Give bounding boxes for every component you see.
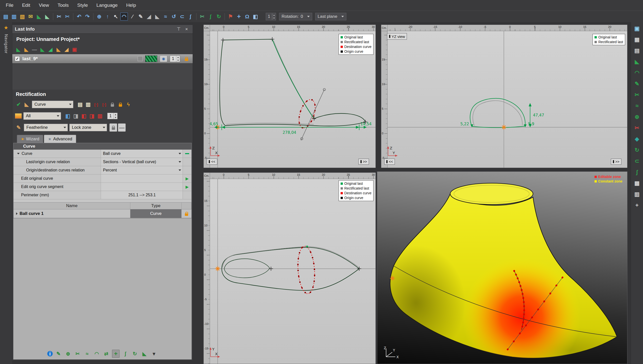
import-last-icon[interactable]: ◣ — [35, 13, 43, 21]
scope-count-stepper[interactable]: 1 — [107, 113, 118, 119]
save-icon[interactable]: ▤ — [2, 13, 10, 21]
pair-last-icon[interactable]: ◣ — [55, 45, 62, 53]
column-type[interactable]: Type — [130, 203, 182, 209]
top-view-canvas[interactable] — [204, 173, 376, 364]
send-mail-icon[interactable]: ✉ — [27, 13, 34, 21]
navigator-tab[interactable]: Navigator — [4, 34, 8, 53]
curve-start-point[interactable] — [306, 246, 308, 248]
delete-curve-icon[interactable]: ✂ — [632, 124, 641, 133]
column-name[interactable]: Name — [14, 203, 130, 209]
next-view-button[interactable]: >> — [358, 159, 369, 165]
duplicate-last-icon[interactable]: ◣ — [23, 45, 30, 53]
scope-select[interactable]: All — [23, 112, 61, 120]
viewport-3d[interactable]: Editable zoneConstant zone Z Y X — [377, 171, 627, 364]
last-tools-icon[interactable]: ◣ — [632, 57, 641, 66]
zone-lock-icon[interactable] — [110, 124, 117, 132]
smooth-curve-icon[interactable]: ≈ — [83, 350, 91, 358]
pin-icon[interactable]: ⊤ — [175, 26, 183, 32]
s-curve-icon[interactable]: ʃ — [207, 13, 214, 21]
more-tools-icon[interactable]: ▾ — [150, 350, 158, 358]
rotate-segment-icon[interactable]: ↻ — [131, 350, 139, 358]
close-icon[interactable]: × — [183, 27, 190, 32]
next-view-button[interactable]: >> — [611, 159, 621, 165]
last-origin-relation-select[interactable]: Sections - Vertical (ball curve) — [101, 158, 183, 166]
open-project-icon[interactable]: ▧ — [19, 13, 26, 21]
show-panel-icon[interactable]: ▣ — [632, 24, 641, 33]
viewport-yz-view[interactable]: 5,22 5,9 47,47 -20-15-10-505101520 15105… — [381, 25, 627, 168]
smooth-icon[interactable]: ≈ — [632, 101, 641, 110]
curve-fit-icon[interactable]: ≈ — [162, 13, 169, 21]
link-blue-icon[interactable]: ◧ — [64, 112, 72, 120]
link-red2-icon[interactable]: ◨ — [88, 112, 96, 120]
layer-material-swatch[interactable] — [145, 55, 157, 62]
edit-orig-curve-segment-field[interactable] — [101, 183, 183, 191]
value-stepper[interactable]: 1 — [266, 13, 276, 20]
delete-point-icon[interactable]: ✂ — [74, 350, 81, 358]
select-cursor-icon[interactable]: ↖ — [112, 13, 120, 21]
curve-handle-line[interactable] — [301, 90, 324, 140]
curve-type-select[interactable]: Ball curve — [101, 150, 183, 158]
tab-advanced[interactable]: ★ Advanced — [44, 135, 76, 143]
add-point-icon[interactable]: ⊕ — [64, 350, 72, 358]
right-last-icon[interactable]: ◢ — [47, 45, 54, 53]
add-point-icon[interactable]: ⊕ — [632, 112, 641, 122]
bracket-open-icon[interactable]: [·] — [92, 100, 100, 108]
yz-view-canvas[interactable]: 5,22 5,9 47,47 — [381, 25, 627, 168]
measure-arc-icon[interactable]: ◠ — [632, 68, 641, 77]
edit-curve-icon[interactable]: ✎ — [632, 79, 641, 88]
layer-color-chip[interactable] — [138, 56, 143, 61]
curve-table-row[interactable]: Ball curve 1 Curve — [13, 209, 192, 218]
lock-flash-icon[interactable]: ϟ — [125, 100, 132, 108]
prev-view-button[interactable]: << — [207, 159, 217, 165]
zone-remove-icon[interactable]: — — [118, 124, 126, 132]
last-shape-icon[interactable]: ◣ — [23, 100, 30, 108]
pencil-icon[interactable]: ✎ — [137, 13, 144, 21]
menu-item-view[interactable]: View — [34, 0, 53, 11]
edit-points-icon[interactable]: ✎ — [55, 350, 62, 358]
mirror-last-icon[interactable]: ◢ — [63, 45, 70, 53]
menu-item-tools[interactable]: Tools — [53, 0, 73, 11]
undo-icon[interactable]: ↶ — [75, 13, 83, 21]
surface-icon[interactable]: ◆ — [632, 135, 641, 144]
link-gray-icon[interactable]: ◨ — [72, 112, 80, 120]
cut-icon[interactable]: ✂ — [55, 13, 63, 21]
row-lock-icon[interactable] — [183, 210, 190, 218]
viewport-top-view[interactable]: 051015202530 151050-5-10-15 Cm. Original… — [203, 172, 376, 364]
link-red3-icon[interactable]: ▥ — [96, 112, 104, 120]
lock-zone-select[interactable]: Lock zone — [69, 124, 107, 131]
wave-curve-icon[interactable]: ʃ — [187, 13, 194, 21]
viewport-side-view[interactable]: 14,65 278,04 14,54 051015202530 151050-5… — [203, 25, 376, 168]
featherline-select[interactable]: Featherline — [24, 124, 68, 131]
zoom-icon[interactable]: ⊕ — [95, 13, 103, 21]
axes-icon[interactable]: + — [632, 201, 641, 210]
origin-destination-relation-select[interactable]: Percent — [101, 166, 183, 174]
move-points-icon[interactable]: + — [112, 350, 120, 358]
move-tool-icon[interactable]: + — [235, 13, 243, 21]
rotate-curve-icon[interactable]: ↻ — [215, 13, 223, 21]
featherline-edit-icon[interactable]: ✎ — [15, 124, 22, 132]
grid-view-icon[interactable]: ▦ — [632, 35, 641, 44]
segment-icon[interactable]: ⊂ — [632, 157, 641, 166]
stepper-down-icon[interactable] — [176, 59, 180, 62]
expand-row-icon[interactable] — [16, 212, 18, 215]
transfer-curve-icon[interactable]: ◣ — [141, 350, 148, 358]
info-icon[interactable]: i — [47, 351, 53, 356]
link-red1-icon[interactable]: ◧ — [80, 112, 88, 120]
last-layer-row[interactable]: last_9* ◉ 1 — [12, 54, 193, 63]
lock-orange-icon[interactable] — [117, 100, 124, 108]
split-view-icon[interactable]: ◧ — [252, 13, 259, 21]
menu-item-file[interactable]: File — [2, 0, 18, 11]
save-all-icon[interactable]: ▥ — [10, 13, 18, 21]
handle-point[interactable] — [323, 88, 326, 91]
open-curve-icon[interactable]: ⊂ — [178, 13, 186, 21]
redo-icon[interactable]: ↷ — [84, 13, 91, 21]
template-icon[interactable]: ▤ — [632, 46, 641, 55]
layer-lock-icon[interactable] — [183, 55, 190, 63]
save-rectification-icon[interactable]: ▤ — [76, 100, 84, 108]
menu-item-edit[interactable]: Edit — [18, 0, 35, 11]
cut-section-icon[interactable]: ✂ — [632, 90, 641, 99]
bracket-close-icon[interactable]: [·] — [100, 100, 108, 108]
export-last-icon[interactable]: ◣ — [43, 13, 51, 21]
eye-icon[interactable]: ◉ — [160, 55, 167, 62]
run-edit-icon[interactable]: ▶ — [186, 185, 189, 189]
